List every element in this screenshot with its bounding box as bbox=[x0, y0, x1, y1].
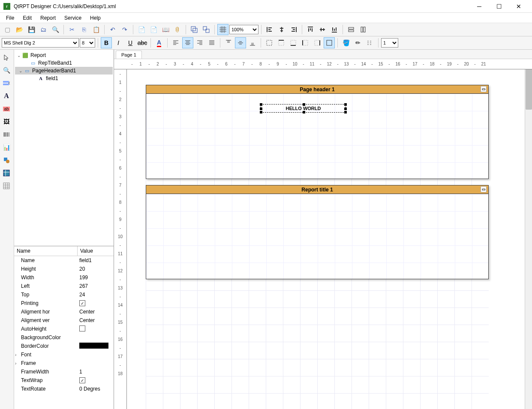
close-button[interactable]: ✕ bbox=[509, 0, 529, 13]
border-left-button[interactable] bbox=[300, 37, 311, 48]
property-row[interactable]: FrameWidth1 bbox=[14, 367, 114, 376]
property-value[interactable]: Center bbox=[78, 309, 114, 315]
valign-center-button[interactable] bbox=[235, 37, 246, 48]
underline-button[interactable]: U bbox=[125, 37, 136, 48]
menu-file[interactable]: File bbox=[2, 13, 18, 23]
property-value[interactable] bbox=[78, 343, 114, 350]
border-color-button[interactable]: ✏ bbox=[352, 37, 364, 48]
property-value[interactable]: ✓ bbox=[78, 377, 114, 384]
select-tool[interactable] bbox=[0, 51, 13, 63]
canvas-scroll[interactable]: -1-2-3-4-5-6-7-8-9-10-11-12-13-14-15-16-… bbox=[114, 59, 532, 409]
property-value[interactable]: 24 bbox=[78, 292, 114, 298]
fill-color-button[interactable]: 🪣 bbox=[340, 37, 352, 48]
property-row[interactable]: BackgroundColor bbox=[14, 333, 114, 342]
datasource-button[interactable]: 🛢 bbox=[172, 24, 183, 35]
crosstab-tool[interactable] bbox=[0, 167, 13, 179]
property-row[interactable]: BorderColor bbox=[14, 342, 114, 350]
text-align-center-button[interactable] bbox=[182, 37, 193, 48]
menu-edit[interactable]: Edit bbox=[18, 13, 36, 23]
selected-field[interactable]: HELLO WORLD bbox=[261, 104, 346, 113]
ungroup-button[interactable] bbox=[201, 24, 212, 35]
property-row[interactable]: Height20 bbox=[14, 265, 114, 273]
preview-button[interactable]: 🔍 bbox=[50, 24, 61, 35]
paste-button[interactable]: 📋 bbox=[90, 24, 102, 35]
textrich-tool[interactable]: ab bbox=[0, 103, 13, 115]
delete-page-button[interactable]: 📄 bbox=[148, 24, 159, 35]
menu-help[interactable]: Help bbox=[86, 13, 105, 23]
property-row[interactable]: Aligment verCenter bbox=[14, 316, 114, 325]
property-row[interactable]: AutoHeight bbox=[14, 325, 114, 333]
page-header-band[interactable]: Page header 1 ▭ HELLO WORLD bbox=[146, 85, 489, 179]
italic-button[interactable]: I bbox=[113, 37, 124, 48]
minimize-button[interactable]: ─ bbox=[469, 0, 489, 13]
font-family-select[interactable]: MS Shell Dlg 2 bbox=[2, 38, 79, 48]
chevron-down-icon[interactable]: ⌄ bbox=[18, 69, 24, 73]
report-tree[interactable]: ⌄ 🟩 Report ▭ RepTitleBand1 ⌄ ▭ PageHeade… bbox=[14, 50, 114, 246]
new-page-button[interactable]: 📄 bbox=[136, 24, 147, 35]
border-style-button[interactable] bbox=[364, 37, 376, 48]
band-tool[interactable] bbox=[0, 77, 13, 89]
shape-tool[interactable] bbox=[0, 154, 13, 166]
redo-button[interactable]: ↷ bbox=[119, 24, 130, 35]
magnify-tool[interactable]: 🔍 bbox=[0, 64, 13, 76]
tree-item[interactable]: ▭ RepTitleBand1 bbox=[15, 59, 113, 67]
band-header[interactable]: Report title 1 ▭ bbox=[146, 185, 488, 194]
property-row[interactable]: Aligment horCenter bbox=[14, 307, 114, 316]
tree-root[interactable]: ⌄ 🟩 Report bbox=[15, 51, 113, 59]
chevron-down-icon[interactable]: ⌄ bbox=[16, 53, 22, 58]
cut-button[interactable]: ✂ bbox=[66, 24, 78, 35]
property-value[interactable]: 267 bbox=[78, 283, 114, 289]
expand-icon[interactable]: › bbox=[15, 361, 20, 366]
menu-service[interactable]: Service bbox=[60, 13, 86, 23]
line-width-select[interactable]: 1 bbox=[381, 38, 398, 48]
same-width-button[interactable] bbox=[346, 24, 357, 35]
strikethrough-button[interactable]: abc bbox=[137, 37, 148, 48]
undo-button[interactable]: ↶ bbox=[107, 24, 118, 35]
valign-top-button[interactable] bbox=[223, 37, 234, 48]
chart-tool[interactable]: 📊 bbox=[0, 141, 13, 153]
property-row[interactable]: Width199 bbox=[14, 273, 114, 282]
align-bottom-button[interactable] bbox=[329, 24, 340, 35]
property-value[interactable]: ✓ bbox=[78, 300, 114, 307]
copy-button[interactable]: ⎘ bbox=[78, 24, 90, 35]
table-tool[interactable] bbox=[0, 180, 13, 192]
barcode-tool[interactable] bbox=[0, 128, 13, 140]
text-align-justify-button[interactable] bbox=[206, 37, 217, 48]
property-row[interactable]: Left267 bbox=[14, 282, 114, 290]
image-tool[interactable]: 🖼 bbox=[0, 116, 13, 128]
property-row[interactable]: Printing✓ bbox=[14, 299, 114, 307]
page-settings-button[interactable]: 📖 bbox=[160, 24, 171, 35]
border-top-button[interactable] bbox=[276, 37, 287, 48]
property-value[interactable]: 199 bbox=[78, 275, 114, 281]
same-height-button[interactable] bbox=[358, 24, 369, 35]
checkbox[interactable]: ✓ bbox=[79, 377, 85, 383]
save-all-button[interactable]: 🗂 bbox=[38, 24, 49, 35]
border-bottom-button[interactable] bbox=[288, 37, 299, 48]
property-value[interactable]: field1 bbox=[78, 257, 114, 263]
report-page[interactable]: Page header 1 ▭ HELLO WORLD bbox=[146, 85, 489, 409]
bold-button[interactable]: B bbox=[101, 37, 112, 48]
vertical-scrollbar[interactable]: ▲ bbox=[525, 59, 532, 409]
valign-bottom-button[interactable] bbox=[247, 37, 258, 48]
band-header[interactable]: Page header 1 ▭ bbox=[146, 85, 488, 94]
font-color-button[interactable]: A bbox=[153, 37, 165, 48]
group-button[interactable] bbox=[189, 24, 200, 35]
text-align-left-button[interactable] bbox=[170, 37, 181, 48]
border-right-button[interactable] bbox=[312, 37, 323, 48]
property-value[interactable]: 1 bbox=[78, 369, 114, 375]
property-row[interactable]: Top24 bbox=[14, 290, 114, 299]
band-collapse-icon[interactable]: ▭ bbox=[481, 86, 487, 92]
property-row[interactable]: TextRotate0 Degres bbox=[14, 385, 114, 393]
property-value[interactable] bbox=[78, 325, 114, 333]
text-tool[interactable]: A bbox=[0, 90, 13, 102]
align-center-h-button[interactable] bbox=[276, 24, 287, 35]
property-grid[interactable]: Name Value Namefield1Height20Width199Lef… bbox=[14, 246, 114, 409]
align-right-button[interactable] bbox=[288, 24, 299, 35]
align-left-button[interactable] bbox=[264, 24, 275, 35]
new-button[interactable]: ▢ bbox=[2, 24, 13, 35]
property-value[interactable]: 0 Degres bbox=[78, 386, 114, 392]
align-top-button[interactable] bbox=[305, 24, 316, 35]
property-row[interactable]: TextWrap✓ bbox=[14, 376, 114, 385]
band-collapse-icon[interactable]: ▭ bbox=[481, 186, 487, 192]
zoom-select[interactable]: 100% bbox=[229, 25, 258, 34]
